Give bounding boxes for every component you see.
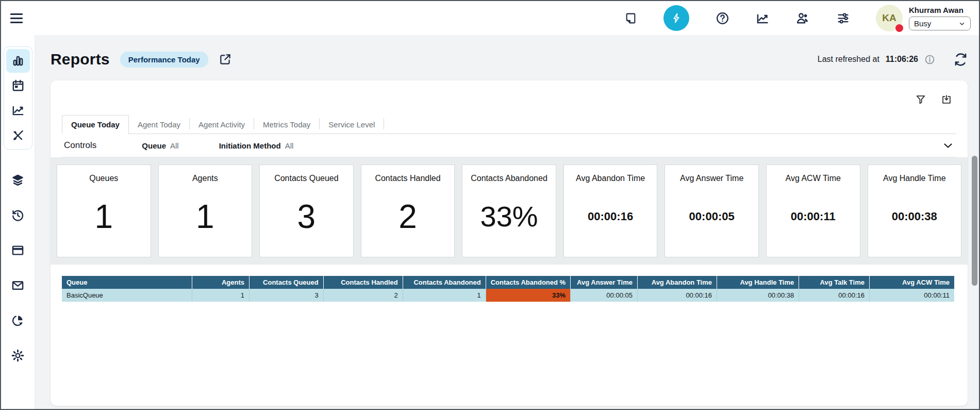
status-select[interactable]: Busy <box>909 17 971 30</box>
settings-sliders-icon[interactable] <box>836 11 850 25</box>
controls-row: Controls Queue All Initiation Method All <box>62 134 956 157</box>
page-title: Reports <box>51 51 110 68</box>
sidebar <box>1 35 35 410</box>
metric-card-avg-answer-time: Avg Answer Time 00:00:05 <box>665 165 759 257</box>
metric-value: 1 <box>94 183 113 257</box>
cell-avg-abandon-time: 00:00:16 <box>637 289 717 302</box>
cell-contacts-abandoned: 1 <box>403 289 486 302</box>
hamburger-menu-icon[interactable] <box>10 10 26 26</box>
metric-label: Contacts Abandoned <box>471 174 547 183</box>
col-header-contacts-queued[interactable]: Contacts Queued <box>250 276 324 289</box>
queue-filter[interactable]: Queue All <box>142 141 178 150</box>
col-header-avg-abandon-time[interactable]: Avg Abandon Time <box>637 276 717 289</box>
metric-label: Contacts Handled <box>375 174 440 183</box>
presence-dot <box>895 24 903 32</box>
table-header-row: Queue Agents Contacts Queued Contacts Ha… <box>62 276 954 289</box>
metric-label: Agents <box>192 174 218 183</box>
sidebar-item-line-chart-icon[interactable] <box>6 99 30 122</box>
info-icon[interactable] <box>924 54 935 65</box>
cell-avg-answer-time: 00:00:05 <box>571 289 638 302</box>
notes-icon[interactable] <box>623 11 638 25</box>
cell-contacts-queued: 3 <box>250 289 324 302</box>
sidebar-item-bar-chart-icon[interactable] <box>6 49 30 73</box>
report-header: Reports Performance Today Last refreshed… <box>51 46 968 72</box>
sidebar-item-pie-chart-icon[interactable] <box>9 313 27 328</box>
sidebar-item-calendar-icon[interactable] <box>6 74 30 97</box>
metric-value: 1 <box>196 183 214 257</box>
metric-value: 00:00:05 <box>689 183 735 257</box>
sidebar-item-design-brush-icon[interactable] <box>6 123 30 147</box>
download-icon[interactable] <box>941 94 952 105</box>
col-header-contacts-abandoned-pct[interactable]: Contacts Abandoned % <box>486 276 570 289</box>
metric-card-avg-handle-time: Avg Handle Time 00:00:38 <box>868 165 962 257</box>
external-link-icon[interactable] <box>219 53 232 66</box>
sidebar-item-browser-window-icon[interactable] <box>9 242 27 258</box>
metric-card-queues: Queues 1 <box>57 165 151 257</box>
tab-agent-today[interactable]: Agent Today <box>129 116 189 134</box>
metric-value: 33% <box>480 183 538 257</box>
user-name: Khurram Awan <box>909 6 971 14</box>
last-refreshed-time: 11:06:26 <box>886 55 918 64</box>
table-row[interactable]: BasicQueue 1 3 2 1 33% 00:00:05 00:00:16… <box>62 289 954 302</box>
metric-card-avg-abandon-time: Avg Abandon Time 00:00:16 <box>563 165 658 257</box>
filter-icon[interactable] <box>915 94 926 105</box>
cell-avg-handle-time: 00:00:38 <box>717 289 799 302</box>
initiation-method-filter[interactable]: Initiation Method All <box>219 141 294 150</box>
chevron-down-icon <box>958 20 966 27</box>
avatar[interactable]: KA <box>876 5 903 31</box>
content-area: Reports Performance Today Last refreshed… <box>35 35 979 410</box>
sidebar-item-history-icon[interactable] <box>9 207 27 223</box>
metric-label: Queues <box>89 174 118 183</box>
metric-value: 00:00:11 <box>791 183 836 257</box>
col-header-avg-acw-time[interactable]: Avg ACW Time <box>869 276 954 289</box>
col-header-contacts-handled[interactable]: Contacts Handled <box>323 276 403 289</box>
metric-card-contacts-abandoned: Contacts Abandoned 33% <box>462 165 556 257</box>
cell-avg-talk-time: 00:00:16 <box>799 289 870 302</box>
tab-agent-activity[interactable]: Agent Activity <box>190 116 254 134</box>
quick-actions-icon[interactable] <box>663 5 689 31</box>
sidebar-item-gear-icon[interactable] <box>9 348 27 363</box>
queue-table: Queue Agents Contacts Queued Contacts Ha… <box>62 276 954 302</box>
col-header-avg-handle-time[interactable]: Avg Handle Time <box>717 276 799 289</box>
metric-value: 00:00:38 <box>892 183 937 257</box>
tab-queue-today[interactable]: Queue Today <box>62 115 129 134</box>
sidebar-item-layers-icon[interactable] <box>9 172 27 188</box>
sidebar-report-group <box>4 46 32 150</box>
sidebar-item-mail-icon[interactable] <box>9 277 27 293</box>
metric-card-contacts-handled: Contacts Handled 2 <box>361 165 455 257</box>
metric-cards-strip: Queues 1 Agents 1 Contacts Queued 3 Cont… <box>51 157 968 265</box>
col-header-agents[interactable]: Agents <box>192 276 250 289</box>
queue-filter-value: All <box>170 141 179 150</box>
col-header-queue[interactable]: Queue <box>62 276 192 289</box>
metric-value: 2 <box>398 183 417 257</box>
tab-metrics-today[interactable]: Metrics Today <box>254 116 319 134</box>
user-block: KA Khurram Awan Busy <box>876 5 971 31</box>
tab-service-level[interactable]: Service Level <box>320 116 384 134</box>
refresh-icon[interactable] <box>954 53 968 67</box>
cell-avg-acw-time: 00:00:11 <box>869 289 954 302</box>
cell-contacts-handled: 2 <box>323 289 403 302</box>
metric-label: Avg Abandon Time <box>576 174 645 183</box>
tab-divider <box>384 118 384 129</box>
col-header-contacts-abandoned[interactable]: Contacts Abandoned <box>403 276 486 289</box>
avatar-initials: KA <box>882 12 896 24</box>
top-bar: KA Khurram Awan Busy <box>1 1 979 35</box>
metrics-icon[interactable] <box>755 11 770 25</box>
metric-label: Avg Handle Time <box>883 174 946 183</box>
app-window: KA Khurram Awan Busy <box>0 0 980 410</box>
controls-collapse-chevron-icon[interactable] <box>942 139 954 152</box>
help-icon[interactable] <box>715 11 729 25</box>
vertical-scrollbar-thumb[interactable] <box>972 156 977 286</box>
agents-icon[interactable] <box>795 11 810 25</box>
col-header-avg-talk-time[interactable]: Avg Talk Time <box>799 276 870 289</box>
metric-card-contacts-queued: Contacts Queued 3 <box>259 165 354 257</box>
cell-queue-name: BasicQueue <box>62 289 192 302</box>
report-tabs: Queue Today Agent Today Agent Activity M… <box>62 114 956 134</box>
last-refreshed-label: Last refreshed at <box>818 55 879 64</box>
metric-label: Avg Answer Time <box>680 174 743 183</box>
cell-contacts-abandoned-pct: 33% <box>486 289 570 302</box>
initiation-method-label: Initiation Method <box>219 141 281 150</box>
metric-label: Contacts Queued <box>274 174 339 183</box>
col-header-avg-answer-time[interactable]: Avg Answer Time <box>571 276 638 289</box>
report-name-badge: Performance Today <box>120 52 208 68</box>
